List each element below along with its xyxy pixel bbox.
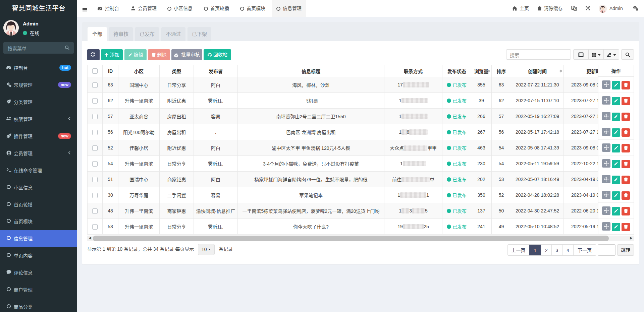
svg-text:A: A xyxy=(575,7,577,10)
